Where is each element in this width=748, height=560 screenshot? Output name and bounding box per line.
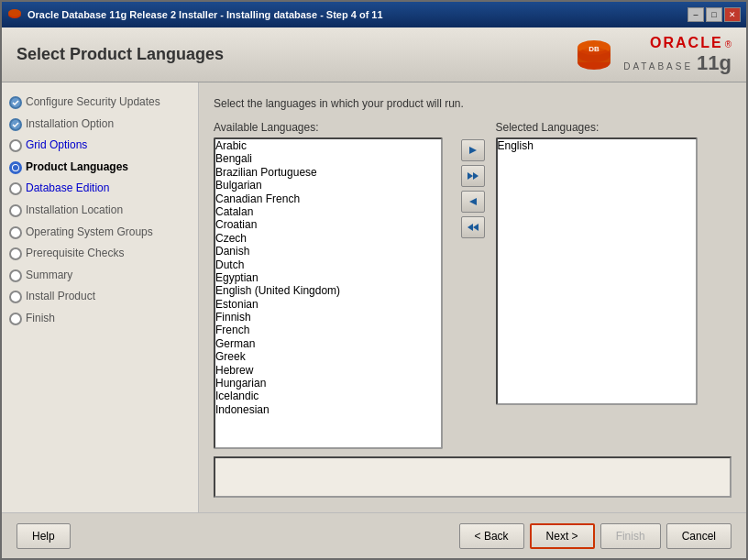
oracle-database-text: DATABASE xyxy=(623,61,693,71)
step-icon-product-languages xyxy=(9,161,22,174)
step-icon-security xyxy=(9,96,22,109)
selected-languages-list[interactable]: English xyxy=(496,137,698,405)
svg-marker-11 xyxy=(469,198,477,205)
selected-languages-panel: Selected Languages: English xyxy=(496,121,732,405)
available-label: Available Languages: xyxy=(214,121,450,134)
transfer-buttons xyxy=(457,139,489,238)
languages-container: Available Languages: Arabic Bengali Braz… xyxy=(214,121,732,449)
remove-all-button[interactable] xyxy=(461,216,485,238)
page-title: Select Product Languages xyxy=(16,45,224,64)
svg-marker-12 xyxy=(473,224,478,231)
svg-marker-9 xyxy=(468,172,473,180)
add-one-button[interactable] xyxy=(461,139,485,161)
svg-marker-8 xyxy=(469,147,477,154)
sidebar-item-finish: Finish xyxy=(2,308,198,330)
sidebar-item-installation-option: Installation Option xyxy=(2,114,198,136)
sidebar-item-product-languages[interactable]: Product Languages xyxy=(2,157,198,179)
sidebar-item-configure-security-updates: Configure Security Updates xyxy=(2,92,198,114)
available-list-wrapper: Arabic Bengali Brazilian Portuguese Bulg… xyxy=(214,137,450,449)
oracle-brand-text: ORACLE xyxy=(650,35,723,51)
close-button[interactable]: ✕ xyxy=(724,7,741,22)
footer-right: < Back Next > Finish Cancel xyxy=(459,523,732,549)
available-languages-panel: Available Languages: Arabic Bengali Braz… xyxy=(214,121,450,449)
step-icon-location xyxy=(9,204,22,217)
step-icon-prereq xyxy=(9,247,22,260)
minimize-button[interactable]: – xyxy=(688,7,704,22)
sidebar-item-prerequisite-checks: Prerequisite Checks xyxy=(2,243,198,265)
selected-label: Selected Languages: xyxy=(496,121,732,134)
description-text: Select the languages in which your produ… xyxy=(214,97,732,110)
step-icon-finish xyxy=(9,313,22,325)
step-icon-installation xyxy=(9,118,22,131)
back-button[interactable]: < Back xyxy=(459,523,524,549)
step-icon-grid xyxy=(9,139,22,152)
svg-point-1 xyxy=(8,9,21,16)
step-icon-os-groups xyxy=(9,226,22,239)
footer-left: Help xyxy=(16,523,71,549)
sidebar-item-installation-location: Installation Location xyxy=(2,200,198,222)
step-icon-database-edition xyxy=(9,182,22,195)
sidebar: Configure Security Updates Installation … xyxy=(2,82,199,512)
sidebar-item-install-product: Install Product xyxy=(2,286,198,308)
footer-bar: Help < Back Next > Finish Cancel xyxy=(2,512,746,558)
sidebar-item-os-groups: Operating System Groups xyxy=(2,222,198,244)
header-bar: Select Product Languages DB ORACLE ® DAT… xyxy=(2,27,746,82)
content-area: Configure Security Updates Installation … xyxy=(2,82,746,512)
available-languages-list[interactable]: Arabic Bengali Brazilian Portuguese Bulg… xyxy=(214,137,443,449)
maximize-button[interactable]: □ xyxy=(706,7,722,22)
main-content: Select the languages in which your produ… xyxy=(199,82,746,512)
add-all-button[interactable] xyxy=(461,165,485,187)
svg-marker-10 xyxy=(473,172,478,180)
cancel-button[interactable]: Cancel xyxy=(666,523,732,549)
step-icon-install xyxy=(9,291,22,303)
next-button[interactable]: Next > xyxy=(530,523,595,549)
main-window: Oracle Database 11g Release 2 Installer … xyxy=(0,0,748,560)
oracle-branding: DB ORACLE ® DATABASE 11g xyxy=(572,33,732,77)
step-icon-summary xyxy=(9,269,22,282)
title-bar: Oracle Database 11g Release 2 Installer … xyxy=(2,2,746,27)
window-title: Oracle Database 11g Release 2 Installer … xyxy=(28,9,383,20)
svg-marker-13 xyxy=(468,224,473,231)
svg-text:DB: DB xyxy=(588,45,600,53)
help-button[interactable]: Help xyxy=(16,523,71,549)
sidebar-item-grid-options[interactable]: Grid Options xyxy=(2,135,198,157)
remove-one-button[interactable] xyxy=(461,191,485,213)
sidebar-item-database-edition[interactable]: Database Edition xyxy=(2,178,198,200)
app-icon xyxy=(7,7,22,22)
oracle-db-icon: DB xyxy=(572,33,616,77)
sidebar-item-summary: Summary xyxy=(2,265,198,287)
oracle-version: 11g xyxy=(697,51,732,75)
window-controls: – □ ✕ xyxy=(688,7,741,22)
notes-area xyxy=(214,456,732,498)
finish-button[interactable]: Finish xyxy=(600,523,661,549)
